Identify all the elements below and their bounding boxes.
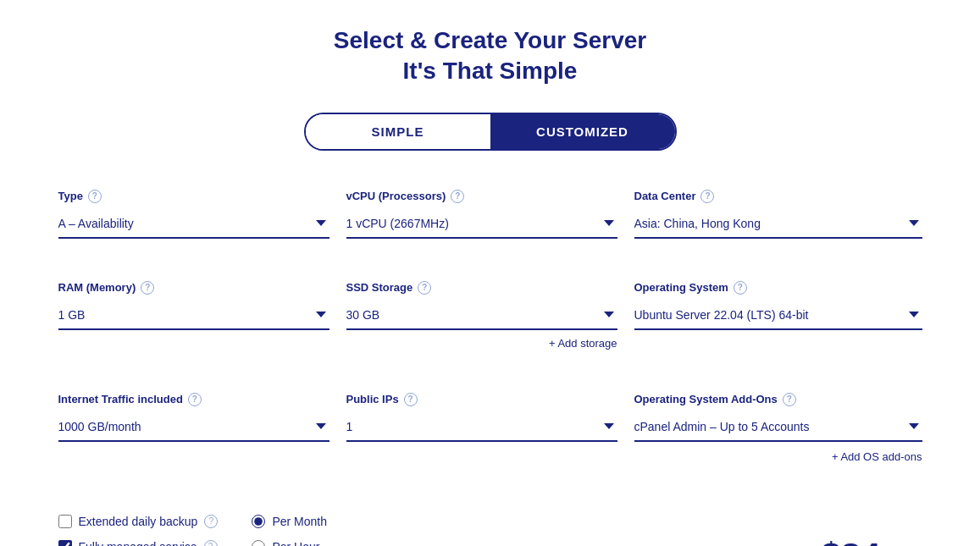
os-addons-group: Operating System Add-Ons ? cPanel Admin …: [634, 384, 922, 481]
form-row-3: Internet Traffic included ? 1000 GB/mont…: [58, 384, 922, 481]
billing-radio-group: Per Month Per Hour: [252, 515, 327, 546]
ram-label: RAM (Memory): [58, 281, 136, 294]
managed-service-checkbox[interactable]: [58, 540, 72, 546]
form-row-2: RAM (Memory) ? 1 GB SSD Storage ? 30 GB …: [58, 273, 922, 367]
os-addons-label: Operating System Add-Ons: [634, 393, 778, 405]
type-help-icon[interactable]: ?: [88, 190, 102, 203]
os-select[interactable]: Ubuntu Server 22.04 (LTS) 64-bit: [634, 301, 922, 330]
public-ips-group: Public IPs ? 1: [346, 384, 634, 481]
bottom-right: $84/month Sign Up: [787, 538, 922, 546]
public-ips-help-icon[interactable]: ?: [404, 393, 418, 406]
per-month-item[interactable]: Per Month: [252, 515, 327, 528]
ssd-select[interactable]: 30 GB: [346, 301, 617, 330]
traffic-label: Internet Traffic included: [58, 393, 183, 405]
managed-service-label: Fully managed service: [79, 540, 197, 546]
tab-switcher: SIMPLE CUSTOMIZED: [58, 113, 922, 151]
per-hour-label: Per Hour: [272, 540, 319, 546]
header-title-line1: Select & Create Your Server: [334, 27, 646, 53]
vcpu-group: vCPU (Processors) ? 1 vCPU (2667MHz): [346, 181, 634, 256]
per-month-label: Per Month: [272, 515, 327, 528]
datacenter-help-icon[interactable]: ?: [700, 190, 714, 203]
header-title-line2: It's That Simple: [403, 58, 578, 84]
ram-group: RAM (Memory) ? 1 GB: [58, 273, 346, 367]
public-ips-select[interactable]: 1: [346, 413, 617, 442]
extended-backup-label: Extended daily backup: [79, 515, 198, 528]
traffic-group: Internet Traffic included ? 1000 GB/mont…: [58, 384, 346, 481]
per-hour-radio[interactable]: [252, 540, 265, 546]
tab-customized[interactable]: CUSTOMIZED: [490, 114, 675, 149]
checkboxes: Extended daily backup ? Fully managed se…: [58, 515, 219, 546]
type-group: Type ? A – Availability: [58, 181, 346, 256]
os-addons-help-icon[interactable]: ?: [783, 393, 796, 406]
per-month-radio[interactable]: [252, 515, 265, 528]
vcpu-select[interactable]: 1 vCPU (2667MHz): [346, 210, 617, 239]
type-select[interactable]: A – Availability: [58, 210, 329, 239]
tab-simple[interactable]: SIMPLE: [306, 114, 490, 149]
ram-help-icon[interactable]: ?: [141, 281, 154, 295]
ssd-help-icon[interactable]: ?: [418, 281, 431, 295]
os-group: Operating System ? Ubuntu Server 22.04 (…: [634, 273, 922, 367]
os-label: Operating System: [634, 281, 728, 294]
price-value: $84: [822, 536, 881, 546]
os-addons-select[interactable]: cPanel Admin – Up to 5 Accounts: [634, 413, 922, 442]
vcpu-help-icon[interactable]: ?: [451, 190, 464, 203]
extended-backup-checkbox[interactable]: [58, 515, 72, 528]
datacenter-group: Data Center ? Asia: China, Hong Kong: [634, 181, 922, 256]
type-label: Type: [58, 190, 83, 202]
traffic-help-icon[interactable]: ?: [188, 393, 202, 406]
tab-container: SIMPLE CUSTOMIZED: [304, 113, 677, 151]
ram-select[interactable]: 1 GB: [58, 301, 329, 330]
bottom-left: Extended daily backup ? Fully managed se…: [58, 498, 787, 546]
price-display: $84/month: [822, 538, 922, 546]
bottom-section: Extended daily backup ? Fully managed se…: [58, 498, 922, 546]
extended-backup-help-icon[interactable]: ?: [204, 515, 218, 528]
page-header: Select & Create Your Server It's That Si…: [58, 25, 922, 87]
form-row-1: Type ? A – Availability vCPU (Processors…: [58, 181, 922, 256]
ssd-group: SSD Storage ? 30 GB + Add storage: [346, 273, 634, 367]
ssd-label: SSD Storage: [346, 281, 413, 294]
managed-service-help-icon[interactable]: ?: [204, 540, 218, 546]
datacenter-select[interactable]: Asia: China, Hong Kong: [634, 210, 922, 239]
per-hour-item[interactable]: Per Hour: [252, 540, 327, 546]
public-ips-label: Public IPs: [346, 393, 399, 405]
options-row: Extended daily backup ? Fully managed se…: [58, 515, 787, 546]
datacenter-label: Data Center: [634, 190, 696, 202]
add-storage-link[interactable]: + Add storage: [549, 337, 617, 350]
traffic-select[interactable]: 1000 GB/month: [58, 413, 329, 442]
managed-service-item[interactable]: Fully managed service ?: [58, 540, 219, 546]
vcpu-label: vCPU (Processors): [346, 190, 446, 202]
add-os-link[interactable]: + Add OS add-ons: [832, 450, 922, 463]
extended-backup-item[interactable]: Extended daily backup ?: [58, 515, 219, 528]
os-help-icon[interactable]: ?: [734, 281, 747, 295]
